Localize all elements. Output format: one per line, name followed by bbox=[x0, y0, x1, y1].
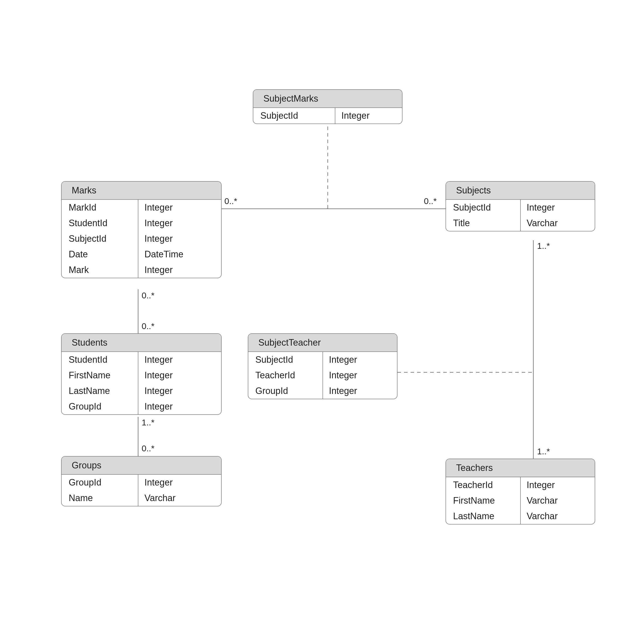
cardinality-label: 0..* bbox=[142, 321, 154, 331]
field-type: Integer bbox=[520, 477, 595, 493]
field-name: StudentId bbox=[62, 215, 138, 231]
field-row: LastNameVarchar bbox=[446, 508, 595, 524]
field-row: NameVarchar bbox=[62, 490, 221, 506]
field-row: GroupIdInteger bbox=[62, 399, 221, 414]
field-row: SubjectIdInteger bbox=[62, 231, 221, 247]
field-name: Title bbox=[446, 215, 520, 231]
field-name: LastName bbox=[446, 508, 520, 524]
entity-title: Students bbox=[62, 334, 221, 352]
field-name: SubjectId bbox=[446, 200, 520, 215]
field-type: DateTime bbox=[138, 247, 221, 262]
cardinality-label: 0..* bbox=[224, 196, 237, 206]
field-type: Varchar bbox=[520, 215, 595, 231]
entity-subjects: Subjects SubjectIdInteger TitleVarchar bbox=[446, 181, 595, 231]
field-row: StudentIdInteger bbox=[62, 215, 221, 231]
cardinality-label: 1..* bbox=[537, 447, 550, 456]
field-row: MarkIdInteger bbox=[62, 200, 221, 215]
entity-subjectmarks: SubjectMarks SubjectId Integer bbox=[253, 89, 403, 124]
field-name: FirstName bbox=[62, 368, 138, 383]
field-name: SubjectId bbox=[253, 108, 335, 124]
field-row: TeacherIdInteger bbox=[248, 368, 397, 383]
field-type: Integer bbox=[138, 215, 221, 231]
field-type: Integer bbox=[323, 352, 397, 368]
field-name: FirstName bbox=[446, 493, 520, 508]
field-name: LastName bbox=[62, 383, 138, 399]
field-row: DateDateTime bbox=[62, 247, 221, 262]
field-row: LastNameInteger bbox=[62, 383, 221, 399]
entity-title: Teachers bbox=[446, 459, 595, 477]
field-name: Name bbox=[62, 490, 138, 506]
field-type: Integer bbox=[323, 368, 397, 383]
entity-subjectteacher: SubjectTeacher SubjectIdInteger TeacherI… bbox=[248, 333, 397, 399]
entity-title: Subjects bbox=[446, 182, 595, 200]
er-diagram-canvas: { "entities": { "subjectmarks": { "title… bbox=[0, 0, 644, 644]
entity-groups: Groups GroupIdInteger NameVarchar bbox=[61, 456, 222, 506]
cardinality-label: 0..* bbox=[424, 196, 437, 206]
field-type: Integer bbox=[138, 231, 221, 247]
field-type: Integer bbox=[138, 383, 221, 399]
field-name: MarkId bbox=[62, 200, 138, 215]
field-name: GroupId bbox=[62, 399, 138, 414]
cardinality-label: 1..* bbox=[537, 241, 550, 251]
field-name: Mark bbox=[62, 262, 138, 278]
field-type: Integer bbox=[138, 399, 221, 414]
field-name: TeacherId bbox=[248, 368, 323, 383]
field-type: Integer bbox=[138, 368, 221, 383]
entity-teachers: Teachers TeacherIdInteger FirstNameVarch… bbox=[446, 459, 595, 525]
field-name: GroupId bbox=[248, 383, 323, 399]
field-row: TeacherIdInteger bbox=[446, 477, 595, 493]
field-row: TitleVarchar bbox=[446, 215, 595, 231]
field-row: FirstNameInteger bbox=[62, 368, 221, 383]
field-type: Integer bbox=[335, 108, 402, 124]
field-name: GroupId bbox=[62, 475, 138, 490]
field-row: SubjectIdInteger bbox=[248, 352, 397, 368]
field-row: GroupIdInteger bbox=[248, 383, 397, 399]
field-row: GroupIdInteger bbox=[62, 475, 221, 490]
field-name: TeacherId bbox=[446, 477, 520, 493]
cardinality-label: 0..* bbox=[142, 444, 154, 453]
field-name: SubjectId bbox=[62, 231, 138, 247]
entity-title: SubjectMarks bbox=[253, 90, 402, 108]
field-row: MarkInteger bbox=[62, 262, 221, 278]
field-type: Varchar bbox=[138, 490, 221, 506]
field-row: StudentIdInteger bbox=[62, 352, 221, 368]
field-type: Integer bbox=[323, 383, 397, 399]
field-type: Integer bbox=[520, 200, 595, 215]
field-type: Integer bbox=[138, 352, 221, 368]
field-type: Integer bbox=[138, 475, 221, 490]
entity-title: Groups bbox=[62, 457, 221, 475]
cardinality-label: 0..* bbox=[142, 291, 154, 300]
entity-title: Marks bbox=[62, 182, 221, 200]
field-name: StudentId bbox=[62, 352, 138, 368]
cardinality-label: 1..* bbox=[142, 418, 154, 427]
entity-students: Students StudentIdInteger FirstNameInteg… bbox=[61, 333, 222, 415]
field-type: Integer bbox=[138, 200, 221, 215]
field-row: SubjectId Integer bbox=[253, 108, 402, 124]
field-row: SubjectIdInteger bbox=[446, 200, 595, 215]
field-name: SubjectId bbox=[248, 352, 323, 368]
field-type: Integer bbox=[138, 262, 221, 278]
field-type: Varchar bbox=[520, 508, 595, 524]
field-row: FirstNameVarchar bbox=[446, 493, 595, 508]
entity-marks: Marks MarkIdInteger StudentIdInteger Sub… bbox=[61, 181, 222, 278]
field-name: Date bbox=[62, 247, 138, 262]
field-type: Varchar bbox=[520, 493, 595, 508]
entity-title: SubjectTeacher bbox=[248, 334, 397, 352]
